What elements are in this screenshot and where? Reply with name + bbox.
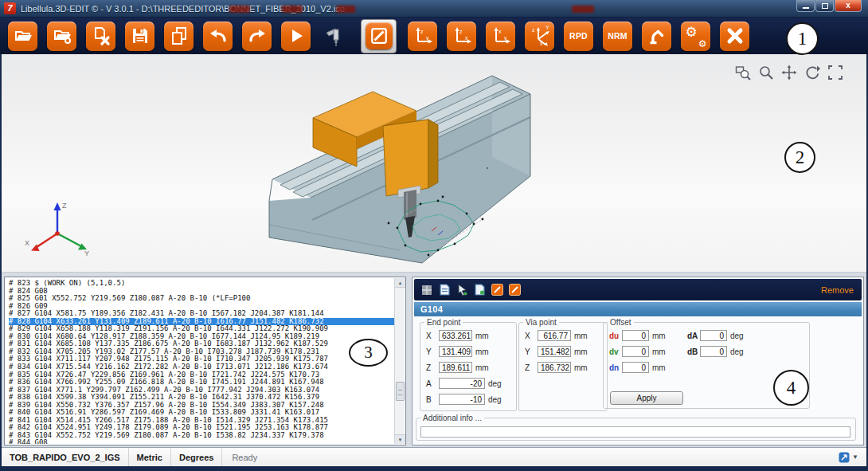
remove-button[interactable]: Remove [821,285,854,295]
code-scrollbar[interactable]: ▲ ▼ [394,278,405,444]
end-point-group: End point X 633.261 mm Y 131.409 mm Z 18… [420,318,517,411]
redacted-label [282,6,303,13]
via-point-group: Via point X 616.77 mm Y 151.482 mm Z 186… [518,318,608,411]
pan-button[interactable] [780,64,798,81]
copy-button[interactable] [164,22,194,51]
minimize-button[interactable] [796,0,815,12]
gears-icon: ⚙⚙ [686,26,706,46]
view-zy-button[interactable]: zy [408,22,437,51]
field-input[interactable]: 151.482 [538,346,571,357]
select-arrow-button[interactable] [456,284,468,296]
minimize-icon [803,7,809,9]
maximize-button[interactable] [815,0,834,12]
title-bar: 7 Libellula.3D-EDIT © - V 3.0.1 - D:\THR… [0,0,868,18]
edit-button[interactable] [491,284,503,296]
document-add-button[interactable] [473,284,486,296]
settings-button[interactable]: ⚙⚙ [681,22,710,51]
gcode-line[interactable]: # 825 G01 X552.752 Y219.569 Z180.087 A-2… [9,295,394,303]
gcode-line[interactable]: # 823 $ (WORK ON) (5,1,0.5) [9,280,394,288]
rpd-button[interactable]: RPD [564,22,593,51]
scroll-up-icon[interactable]: ▲ [395,278,405,288]
field-unit: mm [652,332,666,340]
main-toolbar: zy zx xy [0,18,868,54]
field-input[interactable]: 0 [622,346,649,357]
field-input[interactable]: 0 [700,346,727,357]
field-input[interactable]: 0 [700,330,727,341]
field-input[interactable]: -20 [439,378,485,389]
field-label: X [426,332,439,340]
edit-toggle-button[interactable] [366,22,393,49]
form-row: X 616.77 mm [525,330,607,341]
field-input[interactable]: -10 [439,394,485,405]
exit-button[interactable] [720,22,749,51]
gcode-line[interactable]: # 844 G08 [9,439,394,444]
viewport-3d[interactable]: Z Y X [2,54,866,273]
close-button[interactable]: x [835,0,862,12]
edit-toggle-selected [361,19,397,53]
annotation-circle-3: 3 [349,339,388,367]
gcode-line[interactable]: # 843 G104 X552.752 Y219.569 Z180.087 A-… [9,432,394,440]
redacted-label [229,6,250,13]
save-button[interactable] [125,22,154,51]
axis-zx-icon: zx [452,26,472,46]
field-unit: deg [730,332,744,340]
additional-info-input[interactable] [420,426,850,438]
rotate-button[interactable] [803,64,821,81]
field-label: Z [426,363,439,372]
viewport-toolbar [734,64,844,81]
close-file-button[interactable] [86,22,115,51]
form-row: Z 186.732 mm [525,362,607,373]
open-file-button[interactable] [8,22,37,51]
svg-text:z: z [459,29,463,34]
document-button[interactable] [438,284,451,296]
svg-text:z: z [532,27,535,33]
axis-xy-icon: xy [491,26,511,46]
torch-tool-button[interactable] [320,22,350,51]
chevron-down-icon: ▼ [852,453,858,461]
field-input[interactable]: 189.611 [439,362,472,373]
close-icon: x [846,2,850,10]
edit-alt-button[interactable] [508,284,521,296]
window-controls: x [796,0,862,12]
field-label: Z [525,363,538,372]
list-button[interactable] [420,284,433,296]
zoom-button[interactable] [757,64,775,81]
annotation-circle-2: 2 [784,142,815,173]
annotation-circle-1: 1 [786,22,819,55]
field-input[interactable]: 0 [622,330,649,341]
field-input[interactable]: 131.409 [439,346,472,357]
run-button[interactable] [281,22,311,51]
status-menu-button[interactable]: ▼ [839,452,866,463]
apply-button[interactable]: Apply [610,391,683,405]
fit-view-button[interactable] [827,64,844,81]
offset-legend: Offset [608,318,634,327]
view-3d-button[interactable]: z Y x [525,22,554,51]
redo-button[interactable] [242,22,272,51]
field-unit: mm [652,347,666,356]
scroll-thumb[interactable] [396,382,405,401]
zoom-window-button[interactable] [734,64,752,81]
field-input[interactable]: 633.261 [439,330,472,341]
undo-icon [208,26,229,46]
view-xy-button[interactable]: xy [486,22,515,51]
field-label: dn [609,363,622,372]
open-import-button[interactable] [47,22,76,51]
app-logo-icon: 7 [4,2,16,14]
svg-text:Y: Y [545,26,549,30]
undo-button[interactable] [203,22,233,51]
torch-icon [324,25,346,47]
field-input[interactable]: 0 [622,362,649,373]
status-filename: TOB_RAPIDO_EVO_2_IGS [2,448,129,466]
scroll-down-icon[interactable]: ▼ [395,434,405,444]
field-unit: mm [574,332,588,340]
view-zx-button[interactable]: zx [447,22,476,51]
robot-arm-icon [647,26,667,46]
field-unit: deg [488,395,502,404]
field-label: A [426,379,439,388]
field-label: dv [609,347,622,356]
robot-button[interactable] [642,22,671,51]
field-label: dB [687,347,700,356]
field-input[interactable]: 616.77 [538,330,571,341]
nrm-button[interactable]: NRM [603,22,632,51]
field-input[interactable]: 186.732 [538,362,571,373]
